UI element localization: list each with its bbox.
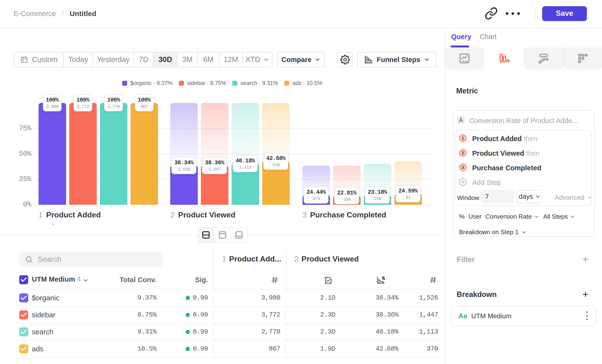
svg-text:3: 3 [462,165,464,170]
svg-text:2: 2 [462,151,464,155]
svg-text:1: 1 [462,136,464,140]
